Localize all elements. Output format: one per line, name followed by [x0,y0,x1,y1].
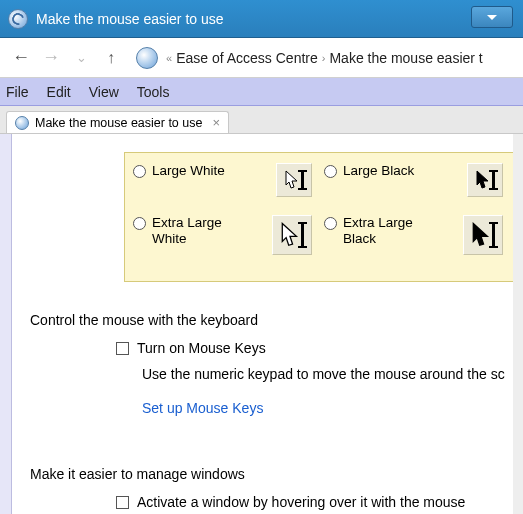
section-title: Control the mouse with the keyboard [30,312,517,328]
breadcrumb-part[interactable]: Make the mouse easier t [329,50,482,66]
radio-option-extra-large-black[interactable]: Extra Large Black [324,215,515,255]
menubar: File Edit View Tools [0,78,523,106]
section-title: Make it easier to manage windows [30,466,517,482]
content-area: Large White Large Black [12,134,523,514]
checkbox-activate-on-hover[interactable]: Activate a window by hovering over it wi… [116,494,517,510]
checkbox-label: Activate a window by hovering over it wi… [137,494,465,510]
close-icon[interactable]: × [212,115,220,130]
up-button[interactable] [98,45,124,71]
menu-tools[interactable]: Tools [137,84,170,100]
section-manage-windows: Make it easier to manage windows Activat… [30,466,517,510]
radio-option-large-white[interactable]: Large White [133,163,324,197]
vertical-scrollbar[interactable] [513,134,523,514]
menu-file[interactable]: File [6,84,29,100]
link-setup-mouse-keys[interactable]: Set up Mouse Keys [142,400,517,416]
back-button[interactable] [8,45,34,71]
arrow-cursor-icon [281,222,299,248]
breadcrumb-part[interactable]: Ease of Access Centre [176,50,318,66]
breadcrumb-sep-icon: « [166,52,172,64]
window-title: Make the mouse easier to use [36,11,224,27]
ibeam-cursor-icon [301,222,304,248]
radio-icon [133,217,146,230]
radio-label: Large Black [343,163,414,179]
tab-label: Make the mouse easier to use [35,116,202,130]
radio-label: Extra Large White [152,215,242,247]
navigation-bar: « Ease of Access Centre › Make the mouse… [0,38,523,78]
ease-of-access-icon [15,116,29,130]
ibeam-cursor-icon [301,170,304,190]
radio-label: Large White [152,163,225,179]
radio-option-extra-large-white[interactable]: Extra Large White [133,215,324,255]
radio-icon [324,165,337,178]
menu-view[interactable]: View [89,84,119,100]
arrow-cursor-icon [472,222,490,248]
forward-button[interactable] [38,45,64,71]
cursor-preview-extra-large-white [272,215,312,255]
pointer-scheme-group: Large White Large Black [124,152,523,282]
ease-of-access-icon [8,9,28,29]
radio-icon [133,165,146,178]
radio-icon [324,217,337,230]
helper-text: Use the numeric keypad to move the mouse… [142,366,517,382]
history-dropdown[interactable] [68,45,94,71]
arrow-cursor-icon [285,170,299,190]
cursor-preview-extra-large-black [463,215,503,255]
window-titlebar: Make the mouse easier to use [0,0,523,38]
window-dropdown-button[interactable] [471,6,513,28]
checkbox-turn-on-mouse-keys[interactable]: Turn on Mouse Keys [116,340,517,356]
address-bar[interactable]: « Ease of Access Centre › Make the mouse… [128,47,515,69]
left-gutter [0,134,12,514]
ease-of-access-icon [136,47,158,69]
menu-edit[interactable]: Edit [47,84,71,100]
checkbox-icon [116,496,129,509]
ibeam-cursor-icon [492,222,495,248]
checkbox-label: Turn on Mouse Keys [137,340,266,356]
section-mouse-keys: Control the mouse with the keyboard Turn… [30,312,517,416]
checkbox-icon [116,342,129,355]
tab-strip: Make the mouse easier to use × [0,106,523,134]
cursor-preview-large-white [276,163,312,197]
cursor-preview-large-black [467,163,503,197]
ibeam-cursor-icon [492,170,495,190]
radio-label: Extra Large Black [343,215,433,247]
radio-option-large-black[interactable]: Large Black [324,163,515,197]
chevron-right-icon: › [322,52,326,64]
tab-mouse-settings[interactable]: Make the mouse easier to use × [6,111,229,133]
arrow-cursor-icon [476,170,490,190]
